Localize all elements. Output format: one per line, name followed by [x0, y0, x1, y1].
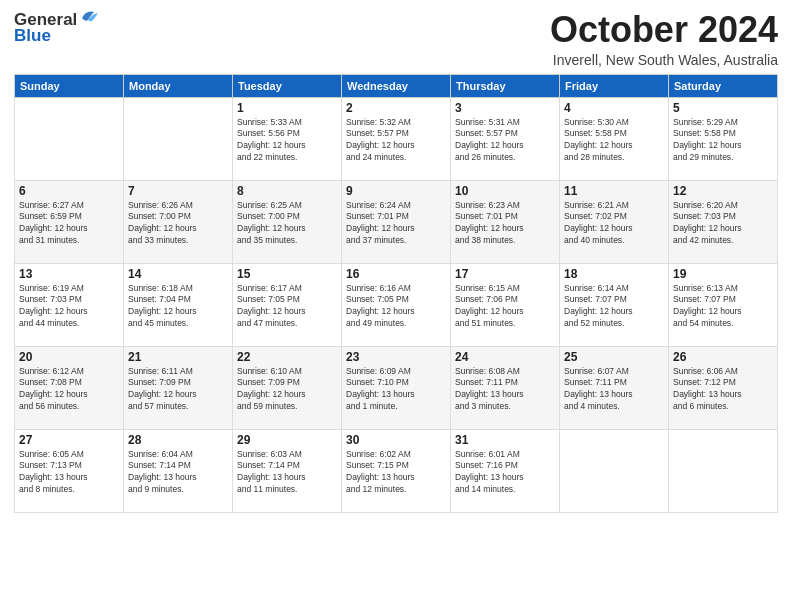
calendar-cell: 9Sunrise: 6:24 AM Sunset: 7:01 PM Daylig…: [342, 180, 451, 263]
calendar-cell: 15Sunrise: 6:17 AM Sunset: 7:05 PM Dayli…: [233, 263, 342, 346]
calendar-cell: [124, 97, 233, 180]
day-info: Sunrise: 6:15 AM Sunset: 7:06 PM Dayligh…: [455, 283, 555, 331]
day-info: Sunrise: 6:08 AM Sunset: 7:11 PM Dayligh…: [455, 366, 555, 414]
calendar-cell: 30Sunrise: 6:02 AM Sunset: 7:15 PM Dayli…: [342, 429, 451, 512]
day-number: 23: [346, 350, 446, 364]
day-info: Sunrise: 6:07 AM Sunset: 7:11 PM Dayligh…: [564, 366, 664, 414]
weekday-header-thursday: Thursday: [451, 74, 560, 97]
day-number: 8: [237, 184, 337, 198]
day-info: Sunrise: 6:16 AM Sunset: 7:05 PM Dayligh…: [346, 283, 446, 331]
weekday-header-row: SundayMondayTuesdayWednesdayThursdayFrid…: [15, 74, 778, 97]
calendar-cell: 1Sunrise: 5:33 AM Sunset: 5:56 PM Daylig…: [233, 97, 342, 180]
weekday-header-tuesday: Tuesday: [233, 74, 342, 97]
day-info: Sunrise: 6:12 AM Sunset: 7:08 PM Dayligh…: [19, 366, 119, 414]
day-number: 30: [346, 433, 446, 447]
day-number: 21: [128, 350, 228, 364]
day-number: 4: [564, 101, 664, 115]
day-info: Sunrise: 6:02 AM Sunset: 7:15 PM Dayligh…: [346, 449, 446, 497]
calendar-cell: 12Sunrise: 6:20 AM Sunset: 7:03 PM Dayli…: [669, 180, 778, 263]
calendar-table: SundayMondayTuesdayWednesdayThursdayFrid…: [14, 74, 778, 513]
day-info: Sunrise: 6:01 AM Sunset: 7:16 PM Dayligh…: [455, 449, 555, 497]
calendar-cell: 21Sunrise: 6:11 AM Sunset: 7:09 PM Dayli…: [124, 346, 233, 429]
calendar-cell: 13Sunrise: 6:19 AM Sunset: 7:03 PM Dayli…: [15, 263, 124, 346]
day-info: Sunrise: 6:21 AM Sunset: 7:02 PM Dayligh…: [564, 200, 664, 248]
day-number: 6: [19, 184, 119, 198]
calendar-cell: 27Sunrise: 6:05 AM Sunset: 7:13 PM Dayli…: [15, 429, 124, 512]
weekday-header-sunday: Sunday: [15, 74, 124, 97]
week-row-5: 27Sunrise: 6:05 AM Sunset: 7:13 PM Dayli…: [15, 429, 778, 512]
day-number: 17: [455, 267, 555, 281]
weekday-header-wednesday: Wednesday: [342, 74, 451, 97]
calendar-cell: 11Sunrise: 6:21 AM Sunset: 7:02 PM Dayli…: [560, 180, 669, 263]
day-number: 22: [237, 350, 337, 364]
day-number: 13: [19, 267, 119, 281]
day-number: 20: [19, 350, 119, 364]
calendar-cell: 28Sunrise: 6:04 AM Sunset: 7:14 PM Dayli…: [124, 429, 233, 512]
calendar-cell: 6Sunrise: 6:27 AM Sunset: 6:59 PM Daylig…: [15, 180, 124, 263]
calendar-cell: 4Sunrise: 5:30 AM Sunset: 5:58 PM Daylig…: [560, 97, 669, 180]
calendar-cell: 26Sunrise: 6:06 AM Sunset: 7:12 PM Dayli…: [669, 346, 778, 429]
calendar-cell: 18Sunrise: 6:14 AM Sunset: 7:07 PM Dayli…: [560, 263, 669, 346]
month-title: October 2024: [550, 10, 778, 50]
day-number: 31: [455, 433, 555, 447]
day-info: Sunrise: 6:27 AM Sunset: 6:59 PM Dayligh…: [19, 200, 119, 248]
day-info: Sunrise: 6:05 AM Sunset: 7:13 PM Dayligh…: [19, 449, 119, 497]
location-title: Inverell, New South Wales, Australia: [550, 52, 778, 68]
day-info: Sunrise: 6:23 AM Sunset: 7:01 PM Dayligh…: [455, 200, 555, 248]
weekday-header-saturday: Saturday: [669, 74, 778, 97]
calendar-cell: 14Sunrise: 6:18 AM Sunset: 7:04 PM Dayli…: [124, 263, 233, 346]
day-number: 12: [673, 184, 773, 198]
day-info: Sunrise: 6:18 AM Sunset: 7:04 PM Dayligh…: [128, 283, 228, 331]
calendar-cell: 5Sunrise: 5:29 AM Sunset: 5:58 PM Daylig…: [669, 97, 778, 180]
day-number: 19: [673, 267, 773, 281]
calendar-cell: [560, 429, 669, 512]
day-number: 1: [237, 101, 337, 115]
day-info: Sunrise: 6:13 AM Sunset: 7:07 PM Dayligh…: [673, 283, 773, 331]
day-info: Sunrise: 6:06 AM Sunset: 7:12 PM Dayligh…: [673, 366, 773, 414]
calendar-cell: 17Sunrise: 6:15 AM Sunset: 7:06 PM Dayli…: [451, 263, 560, 346]
day-number: 25: [564, 350, 664, 364]
calendar-cell: 29Sunrise: 6:03 AM Sunset: 7:14 PM Dayli…: [233, 429, 342, 512]
day-info: Sunrise: 6:04 AM Sunset: 7:14 PM Dayligh…: [128, 449, 228, 497]
day-info: Sunrise: 6:09 AM Sunset: 7:10 PM Dayligh…: [346, 366, 446, 414]
day-number: 2: [346, 101, 446, 115]
day-number: 27: [19, 433, 119, 447]
logo: General Blue: [14, 10, 100, 46]
weekday-header-friday: Friday: [560, 74, 669, 97]
calendar-cell: 20Sunrise: 6:12 AM Sunset: 7:08 PM Dayli…: [15, 346, 124, 429]
day-number: 16: [346, 267, 446, 281]
day-info: Sunrise: 5:31 AM Sunset: 5:57 PM Dayligh…: [455, 117, 555, 165]
week-row-3: 13Sunrise: 6:19 AM Sunset: 7:03 PM Dayli…: [15, 263, 778, 346]
header: General Blue October 2024 Inverell, New …: [14, 10, 778, 68]
calendar-cell: [669, 429, 778, 512]
day-info: Sunrise: 5:30 AM Sunset: 5:58 PM Dayligh…: [564, 117, 664, 165]
week-row-4: 20Sunrise: 6:12 AM Sunset: 7:08 PM Dayli…: [15, 346, 778, 429]
calendar-cell: 19Sunrise: 6:13 AM Sunset: 7:07 PM Dayli…: [669, 263, 778, 346]
calendar-cell: [15, 97, 124, 180]
day-number: 15: [237, 267, 337, 281]
day-number: 10: [455, 184, 555, 198]
day-info: Sunrise: 6:14 AM Sunset: 7:07 PM Dayligh…: [564, 283, 664, 331]
day-number: 5: [673, 101, 773, 115]
logo-blue: Blue: [14, 26, 51, 46]
page: General Blue October 2024 Inverell, New …: [0, 0, 792, 612]
logo-bird-icon: [78, 8, 100, 26]
calendar-cell: 8Sunrise: 6:25 AM Sunset: 7:00 PM Daylig…: [233, 180, 342, 263]
day-info: Sunrise: 6:03 AM Sunset: 7:14 PM Dayligh…: [237, 449, 337, 497]
day-info: Sunrise: 6:25 AM Sunset: 7:00 PM Dayligh…: [237, 200, 337, 248]
week-row-1: 1Sunrise: 5:33 AM Sunset: 5:56 PM Daylig…: [15, 97, 778, 180]
calendar-cell: 3Sunrise: 5:31 AM Sunset: 5:57 PM Daylig…: [451, 97, 560, 180]
calendar-cell: 7Sunrise: 6:26 AM Sunset: 7:00 PM Daylig…: [124, 180, 233, 263]
day-number: 9: [346, 184, 446, 198]
title-block: October 2024 Inverell, New South Wales, …: [550, 10, 778, 68]
day-number: 26: [673, 350, 773, 364]
calendar-cell: 31Sunrise: 6:01 AM Sunset: 7:16 PM Dayli…: [451, 429, 560, 512]
day-info: Sunrise: 6:24 AM Sunset: 7:01 PM Dayligh…: [346, 200, 446, 248]
day-info: Sunrise: 5:33 AM Sunset: 5:56 PM Dayligh…: [237, 117, 337, 165]
calendar-cell: 2Sunrise: 5:32 AM Sunset: 5:57 PM Daylig…: [342, 97, 451, 180]
calendar-cell: 23Sunrise: 6:09 AM Sunset: 7:10 PM Dayli…: [342, 346, 451, 429]
day-info: Sunrise: 6:10 AM Sunset: 7:09 PM Dayligh…: [237, 366, 337, 414]
day-number: 14: [128, 267, 228, 281]
day-number: 29: [237, 433, 337, 447]
day-info: Sunrise: 5:32 AM Sunset: 5:57 PM Dayligh…: [346, 117, 446, 165]
